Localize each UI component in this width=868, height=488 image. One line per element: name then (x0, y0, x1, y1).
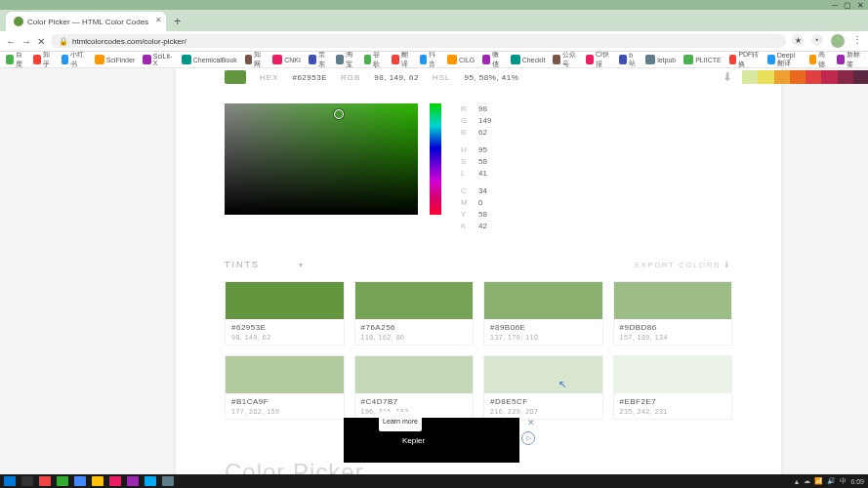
quick-palette[interactable] (742, 70, 868, 84)
bookmark-item[interactable]: PLIICTE (683, 55, 721, 64)
rgb-value[interactable]: 98, 149, 62 (374, 73, 419, 82)
favicon-icon (14, 17, 23, 26)
tint-swatch[interactable]: #62953E98, 149, 62 (225, 281, 345, 346)
bookmark-item[interactable]: 新标签 (837, 52, 862, 68)
address-bar[interactable]: 🔒 htmlcolorcodes.com/color-picker/ (51, 34, 786, 48)
color-chip (225, 70, 246, 84)
bookmark-item[interactable]: 京东 (309, 52, 328, 68)
task-icon[interactable] (162, 476, 174, 486)
bookmark-item[interactable]: 淘宝 (336, 52, 355, 68)
palette-swatch[interactable] (742, 70, 758, 84)
palette-swatch[interactable] (758, 70, 773, 84)
stop-reload-button[interactable]: ✕ (37, 36, 45, 47)
tint-swatch[interactable]: #9DBD86157, 189, 134 (613, 281, 733, 346)
taskbar[interactable]: ▲ ☁ 📶 🔊 中 6:09 (0, 474, 868, 488)
bookmark-item[interactable]: 高德 (809, 52, 829, 68)
bookmark-item[interactable]: 翻译 (392, 52, 411, 68)
bookmark-item[interactable]: CI快报 (586, 52, 611, 68)
task-icon[interactable] (109, 476, 121, 486)
volume-icon[interactable]: 🔊 (827, 477, 836, 485)
back-button[interactable]: ← (6, 36, 16, 47)
section-dropdown-icon[interactable]: ▾ (299, 261, 305, 269)
tints-grid: #62953E98, 149, 62#76A256118, 162, 86#89… (225, 281, 732, 420)
ad-banner[interactable]: Learn more Kepler ✕ ▷ (344, 418, 519, 463)
ad-cta-button[interactable]: Learn more (379, 412, 422, 431)
tab-title: Color Picker — HTML Color Codes (27, 18, 148, 26)
system-tray[interactable]: ▲ ☁ 📶 🔊 中 6:09 (793, 476, 864, 486)
task-icon[interactable] (21, 476, 33, 486)
tint-swatch[interactable]: #76A256118, 162, 86 (354, 281, 475, 346)
task-icon[interactable] (39, 476, 51, 486)
bookmark-item[interactable]: Deepl翻译 (767, 52, 802, 68)
wifi-icon[interactable]: 📶 (814, 477, 823, 485)
bookmark-item[interactable]: 知乎 (33, 52, 53, 68)
saturation-value-panel[interactable] (225, 103, 418, 215)
hex-value[interactable]: #62953E (292, 73, 327, 82)
maximize-button[interactable]: ▢ (844, 1, 851, 10)
palette-swatch[interactable] (853, 70, 868, 84)
palette-swatch[interactable] (774, 70, 790, 84)
minimize-button[interactable]: ─ (832, 1, 838, 10)
task-icon[interactable] (74, 476, 86, 486)
close-window-button[interactable]: ✕ (857, 1, 864, 10)
bookmark-item[interactable]: 小红书 (62, 52, 87, 68)
tray-icon[interactable]: ☁ (804, 477, 810, 485)
tint-swatch[interactable]: #EBF2E7235, 242, 231 (613, 355, 733, 420)
export-colors-button[interactable]: EXPORT COLORS ⬇ (635, 261, 732, 269)
profile-avatar[interactable] (831, 34, 845, 48)
bookmark-item[interactable]: SciFinder (95, 55, 136, 64)
bookmark-item[interactable]: letpub (645, 55, 676, 64)
bookmark-item[interactable]: 谷歌 (364, 52, 384, 68)
extension-icon[interactable]: ★ (792, 34, 804, 46)
new-tab-button[interactable]: + (168, 12, 186, 31)
tab-active[interactable]: Color Picker — HTML Color Codes ✕ (6, 12, 166, 31)
bookmark-item[interactable]: 百度 (6, 52, 25, 68)
palette-swatch[interactable] (790, 70, 806, 84)
ime-icon[interactable]: 中 (840, 476, 847, 486)
bookmark-item[interactable]: SciLit-X (143, 53, 173, 66)
download-icon[interactable]: ⬇ (723, 70, 733, 84)
task-icon[interactable] (92, 476, 103, 486)
mouse-cursor-icon: ↖ (558, 379, 566, 389)
bookmark-item[interactable]: CILG (447, 55, 475, 64)
bookmark-item[interactable]: b站 (619, 52, 638, 68)
palette-swatch[interactable] (838, 70, 853, 84)
tint-swatch[interactable]: #89B06E137, 179, 110 (483, 281, 603, 346)
bookmark-item[interactable]: 抖音 (420, 52, 439, 68)
sv-cursor[interactable] (334, 109, 344, 119)
ad-close-icon[interactable]: ✕ (527, 418, 535, 427)
ad-brand: Kepler (402, 436, 425, 445)
tint-swatch[interactable]: #D8E5CF216, 229, 207 (483, 355, 603, 420)
clock[interactable]: 6:09 (850, 478, 864, 485)
hue-slider[interactable] (430, 103, 441, 215)
bookmarks-bar: 百度知乎小红书SciFinderSciLit-XChemicalBook知网CN… (0, 52, 868, 68)
lock-icon: 🔒 (59, 37, 68, 46)
tab-close-icon[interactable]: ✕ (155, 16, 162, 24)
bookmark-item[interactable]: 微信 (482, 52, 502, 68)
tray-icon[interactable]: ▲ (793, 478, 800, 485)
palette-swatch[interactable] (806, 70, 821, 84)
rgb-label: RGB (341, 73, 360, 82)
translate-icon[interactable]: ⭑ (811, 34, 823, 46)
bookmark-item[interactable]: CNKI (272, 55, 301, 64)
bookmark-item[interactable]: PDF转换 (729, 52, 760, 68)
tab-strip: Color Picker — HTML Color Codes ✕ + (0, 10, 868, 31)
hex-label: HEX (260, 73, 278, 82)
task-icon[interactable] (145, 476, 156, 486)
forward-button[interactable]: → (21, 36, 31, 47)
tint-swatch[interactable]: #C4D7B7196, 215, 183 (354, 355, 475, 420)
task-icon[interactable] (57, 476, 68, 486)
tint-swatch[interactable]: #B1CA9F177, 202, 159 (225, 355, 345, 420)
hsl-value[interactable]: 95, 58%, 41% (464, 73, 518, 82)
task-icon[interactable] (127, 476, 139, 486)
bookmark-item[interactable]: 公众号 (553, 52, 578, 68)
palette-swatch[interactable] (821, 70, 837, 84)
bookmark-item[interactable]: ChemicalBook (182, 55, 237, 64)
color-readout: R98 G149 B62 H95 S58 L41 C34 M0 Y58 K42 (461, 103, 491, 232)
start-button[interactable] (4, 476, 16, 486)
browser-menu-icon[interactable]: ⋮ (852, 34, 862, 48)
adchoices-icon[interactable]: ▷ (521, 431, 535, 445)
bookmark-item[interactable]: 知网 (245, 52, 265, 68)
bookmark-item[interactable]: CheckIt (511, 55, 546, 64)
section-title[interactable]: TINTS (225, 260, 260, 269)
